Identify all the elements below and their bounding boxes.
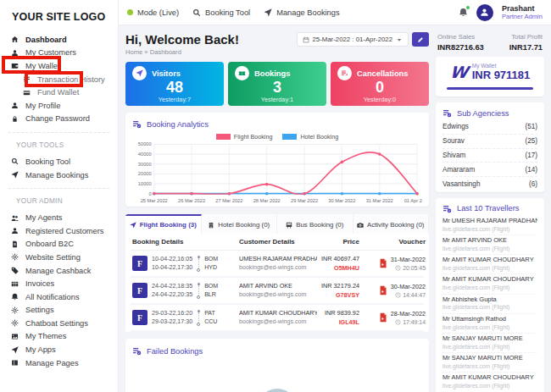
onboard-b2c-icon (11, 240, 19, 248)
customer-details-cell: AMIT KUMAR CHOUDHARYbookings@ed-wings.co… (239, 309, 317, 326)
table-header-booking-details: Booking Details (132, 238, 236, 246)
flight-badge: F (132, 256, 147, 271)
tab-bus-booking-0[interactable]: Bus Booking (0) (277, 214, 353, 234)
svg-text:25 Mar 2022: 25 Mar 2022 (141, 198, 168, 203)
voucher-info: 31-Mar-202220:05:45 (391, 256, 426, 272)
sidebar-item-my-wallet[interactable]: My Wallet (0, 59, 118, 73)
chevron-down-icon (396, 36, 403, 43)
topbar-booking-tool[interactable]: Booking Tool (192, 8, 250, 17)
svg-text:31 Mar 2022: 31 Mar 2022 (366, 198, 393, 203)
mode-toggle[interactable]: Mode (Live) (127, 8, 179, 17)
svg-text:27 Mar 2022: 27 Mar 2022 (215, 198, 242, 203)
sidebar-item-fund-wallet[interactable]: Fund Wallet (0, 86, 118, 99)
my-themes-icon (11, 333, 19, 340)
customer-email: bookings@ed-wings.com (239, 264, 317, 272)
avatar[interactable] (476, 4, 493, 21)
traveller-row: Mr SANJAY MARUTI MORElive.glidefares.com… (442, 353, 537, 373)
arrival-time: 29-03-22,17:30 (152, 317, 192, 326)
sidebar-item-my-themes[interactable]: My Themes (0, 330, 118, 344)
flight-booking-3-icon (130, 222, 136, 229)
traveller-name: Mr AMIT KUMAR CHOUDHARY (442, 257, 537, 264)
sidebar-item-my-profile[interactable]: My Profile (0, 99, 118, 113)
date-range-picker[interactable]: 25-Mar-2022 : 01-Apr-2022 (297, 32, 409, 47)
sidebar-item-dashboard[interactable]: Dashboard (0, 33, 118, 47)
traveller-row: Mr UMESH RAJARAM PRADHANlive.glidefares.… (442, 216, 537, 235)
pdf-icon[interactable] (378, 284, 388, 296)
flight-badge: F (132, 283, 147, 298)
destination-code: HYD (204, 263, 218, 272)
wallet-logo: W (448, 64, 469, 80)
pdf-icon[interactable] (378, 312, 388, 323)
traveller-row: Mr AMIT KUMAR CHOUDHARYlive.glidefares.c… (442, 255, 537, 274)
sidebar-item-label: My Profile (25, 102, 60, 110)
departure-time: 24-04-22,18:35 (152, 282, 192, 290)
voucher-inner: 28-Mar-202217:49:14 (363, 310, 426, 326)
route-line (198, 312, 199, 323)
traveller-source: live.glidefares.com (Flight) (442, 344, 537, 351)
customer-details-cell: AMIT ARVIND OKEbookings@ed-wings.com (239, 282, 317, 299)
sidebar-item-website-setting[interactable]: Website Setting (0, 251, 118, 264)
total-profit-label: Total Profit (509, 33, 543, 41)
booking-analytics-card: Booking Analytics Flight BookingHotel Bo… (125, 113, 429, 207)
sidebar-item-my-apps[interactable]: My Apps (0, 343, 118, 356)
legend-item-hotel-booking[interactable]: Hotel Booking (282, 133, 338, 141)
legend-label: Hotel Booking (300, 133, 338, 141)
svg-text:50000: 50000 (138, 141, 152, 146)
notifications-bell-icon[interactable] (459, 8, 468, 17)
sidebar-item-my-customers[interactable]: My Customers (0, 47, 118, 60)
svg-text:29 Mar 2022: 29 Mar 2022 (291, 198, 318, 203)
sidebar-item-registered-customers[interactable]: Registered Customers (0, 224, 118, 238)
voucher-time: 14:44:47 (391, 291, 426, 299)
sidebar-item-invoices[interactable]: Invoices (0, 277, 118, 290)
sidebar-item-settings[interactable]: Settings (0, 304, 118, 317)
change-password-icon (11, 115, 19, 123)
sidebar-item-my-agents[interactable]: My Agents (0, 211, 118, 224)
customer-email: bookings@ed-wings.com (239, 291, 317, 299)
total-profit-value: INR17.71 (509, 43, 543, 52)
topbar-manage-bookings[interactable]: Manage Bookings (264, 8, 339, 17)
stat-card-cancellations: Cancellations0Yesterday:0 (331, 62, 429, 106)
tab-flight-booking-3[interactable]: Flight Booking (3) (125, 214, 202, 234)
cancellations-icon (341, 69, 348, 77)
sidebar-item-manage-pages[interactable]: Manage Pages (0, 356, 118, 370)
edit-date-button[interactable] (412, 32, 429, 47)
pdf-icon[interactable] (378, 257, 388, 269)
table-row[interactable]: F24-04-22,18:3524-04-22,20:35BOMBLRAMIT … (131, 278, 424, 305)
legend-item-flight-booking[interactable]: Flight Booking (216, 133, 273, 141)
destination-code: CCU (204, 317, 217, 326)
agency-row-amararam: Amararam(14) (442, 163, 537, 177)
table-row[interactable]: F29-03-22,16:2029-03-22,17:30PATCCUAMIT … (131, 305, 424, 332)
bus-booking-0-icon (286, 222, 292, 229)
booking-times: 10-04-22,16:0510-04-22,17:30 (152, 255, 192, 272)
sidebar-item-manage-cashback[interactable]: Manage Cashback (0, 264, 118, 278)
sidebar-item-label: My Agents (25, 213, 62, 222)
tab-label: Bus Booking (0) (296, 221, 343, 229)
sidebar-item-label: Dashboard (25, 36, 67, 44)
stat-card-subtext: Yesterday:7 (132, 96, 217, 103)
online-sales-value: INR82716.63 (437, 43, 484, 52)
user-menu[interactable]: Prashant Partner Admin (502, 4, 543, 20)
sidebar-item-label: Manage Cashback (25, 267, 92, 275)
sidebar-item-change-password[interactable]: Change Password (0, 113, 118, 126)
wallet-underline (447, 87, 533, 90)
table-row[interactable]: F10-04-22,16:0510-04-22,17:30BOMHYDUMESH… (131, 251, 424, 278)
sidebar-item-label: Manage Pages (25, 359, 79, 367)
customer-email: bookings@ed-wings.com (239, 318, 317, 326)
voucher-info: 28-Mar-202217:49:14 (391, 310, 426, 326)
stat-card-value: 0 (337, 80, 422, 95)
sidebar-item-label: Booking Tool (25, 157, 70, 166)
sidebar-item-manage-bookings[interactable]: Manage Bookings (0, 168, 118, 182)
mode-label: Mode (Live) (137, 8, 179, 17)
sidebar-item-onboard-b2c[interactable]: Onboard B2C (0, 238, 118, 251)
route-destination-ring (197, 268, 200, 272)
tab-activity-booking-0[interactable]: Activity Booking (0) (353, 214, 430, 234)
sidebar-item-all-notifications[interactable]: All Notifications (0, 290, 118, 304)
price-cell: INR 40697.47O5MH4U (320, 255, 359, 272)
sidebar-item-booking-tool[interactable]: Booking Tool (0, 155, 118, 168)
site-logo[interactable]: YOUR SITE LOGO (0, 0, 118, 33)
sidebar-item-chatboat-settings[interactable]: Chatboat Settings (0, 317, 118, 330)
visitors-icon (136, 69, 143, 77)
sidebar-item-transaction-history[interactable]: Transaction History (0, 73, 118, 86)
tab-hotel-booking-0[interactable]: Hotel Booking (0) (202, 214, 278, 234)
voucher-clock-icon (395, 319, 401, 325)
